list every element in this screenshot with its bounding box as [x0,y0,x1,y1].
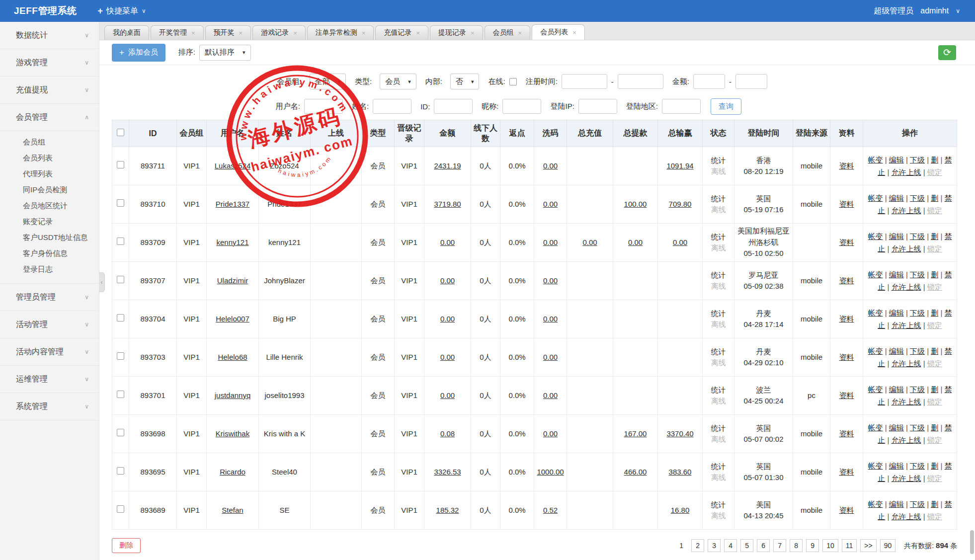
tab-active[interactable]: 会员列表× [532,24,585,40]
row-checkbox[interactable] [117,505,124,513]
sidebar-sub-item[interactable]: 账变记录 [0,214,99,230]
close-icon[interactable]: × [416,29,420,37]
profile-link[interactable]: 资料 [839,161,854,170]
page-button[interactable]: 11 [842,539,857,552]
sidebar-sub-item[interactable]: 客户身份信息 [0,245,99,261]
wash-link[interactable]: 0.00 [543,276,558,285]
action-link[interactable]: 删 [931,423,938,432]
action-link[interactable]: 删 [931,500,938,508]
sidebar-group-item[interactable]: 会员管理∧ [0,104,99,131]
amount-link[interactable]: 185.32 [436,506,459,514]
action-link[interactable]: 删 [931,385,938,394]
action-link[interactable]: 锁定 [927,206,942,215]
page-button[interactable]: 10 [822,539,838,552]
action-link[interactable]: 允许上线 [892,359,921,368]
sidebar-sub-item[interactable]: 登录日志 [0,261,99,277]
stats-link[interactable]: 统计 [705,193,732,205]
action-link[interactable]: 下级 [910,156,925,164]
action-link[interactable]: 帐变 [868,194,883,202]
withdraw-link[interactable]: 100.00 [624,200,647,208]
page-button[interactable]: 2 [691,539,704,552]
action-link[interactable]: 帐变 [868,232,883,240]
scrollbar-thumb[interactable] [970,530,974,554]
action-link[interactable]: 锁定 [927,321,942,329]
wash-link[interactable]: 0.00 [543,238,558,246]
nickname-input[interactable] [502,99,541,114]
reg-time-start-input[interactable] [562,74,607,89]
wash-link[interactable]: 0.52 [543,506,558,514]
member-group-select[interactable]: 全部 ▾ [310,74,346,89]
sidebar-sub-item[interactable]: 会员组 [0,134,99,150]
sidebar-group-item[interactable]: 系统管理∨ [0,393,99,420]
row-checkbox[interactable] [117,314,124,321]
sort-select[interactable]: 默认排序 ▾ [199,45,251,61]
stats-link[interactable]: 统计 [705,423,732,434]
amount-link[interactable]: 0.00 [440,315,455,323]
action-link[interactable]: 下级 [910,194,925,202]
row-checkbox[interactable] [117,199,124,207]
page-button[interactable]: 1 [675,539,688,552]
username-input[interactable] [304,99,343,114]
amount-max-input[interactable] [735,74,767,89]
action-link[interactable]: 允许上线 [892,474,921,482]
amount-link[interactable]: 2431.19 [434,161,461,170]
action-link[interactable]: 锁定 [927,474,942,482]
username-link[interactable]: Uladzimir [217,276,248,285]
stats-link[interactable]: 统计 [705,346,732,358]
username-link[interactable]: Stefan [222,506,243,514]
close-icon[interactable]: × [518,29,522,37]
row-checkbox[interactable] [117,276,124,283]
winloss-link[interactable]: 0.00 [673,238,687,246]
amount-link[interactable]: 3719.80 [434,200,461,208]
page-button[interactable]: 3 [708,539,721,552]
close-icon[interactable]: × [471,29,475,37]
username-link[interactable]: Helelo007 [216,315,249,323]
winloss-link[interactable]: 1091.94 [666,161,693,170]
withdraw-link[interactable]: 0.00 [628,238,643,246]
row-checkbox[interactable] [117,467,124,475]
action-link[interactable]: 编辑 [889,194,904,202]
username-link[interactable]: Pride1337 [216,200,249,208]
action-link[interactable]: 帐变 [868,156,883,164]
wash-link[interactable]: 1000.00 [537,468,564,476]
action-link[interactable]: 下级 [910,462,925,470]
wash-link[interactable]: 0.00 [543,200,558,208]
tab-item[interactable]: 我的桌面 [104,25,149,40]
wash-link[interactable]: 0.00 [543,353,558,361]
id-input[interactable] [434,99,473,114]
sidebar-sub-item[interactable]: 会员列表 [0,150,99,166]
row-checkbox[interactable] [117,238,124,245]
add-member-button[interactable]: + 添加会员 [112,44,165,62]
stats-link[interactable]: 统计 [705,155,732,166]
action-link[interactable]: 允许上线 [892,321,921,329]
amount-link[interactable]: 0.00 [440,353,455,361]
winloss-link[interactable]: 16.80 [671,506,690,514]
tab-item[interactable]: 提现记录× [430,25,483,40]
action-link[interactable]: 帐变 [868,347,883,355]
sidebar-sub-item[interactable]: 同IP会员检测 [0,182,99,198]
stats-link[interactable]: 统计 [705,499,732,511]
action-link[interactable]: 帐变 [868,423,883,432]
close-icon[interactable]: × [362,29,366,37]
action-link[interactable]: 帐变 [868,462,883,470]
deposit-link[interactable]: 0.00 [582,238,597,246]
action-link[interactable]: 锁定 [927,512,942,521]
name-input[interactable] [373,99,411,114]
action-link[interactable]: 帐变 [868,270,883,279]
amount-link[interactable]: 0.00 [440,391,455,400]
select-all-checkbox[interactable] [117,129,124,136]
withdraw-link[interactable]: 466.00 [624,468,647,476]
profile-link[interactable]: 资料 [839,391,854,400]
username-link[interactable]: Kriswithak [216,429,249,438]
close-icon[interactable]: × [191,29,195,37]
tab-item[interactable]: 游戏记录× [252,25,306,40]
action-link[interactable]: 删 [931,462,938,470]
action-link[interactable]: 删 [931,156,938,164]
sidebar-sub-item[interactable]: 代理列表 [0,166,99,182]
action-link[interactable]: 帐变 [868,500,883,508]
close-icon[interactable]: × [239,29,243,37]
page-button[interactable]: 7 [773,539,786,552]
username-link[interactable]: justdannyq [215,391,251,400]
amount-link[interactable]: 0.00 [440,238,455,246]
action-link[interactable]: 删 [931,309,938,317]
